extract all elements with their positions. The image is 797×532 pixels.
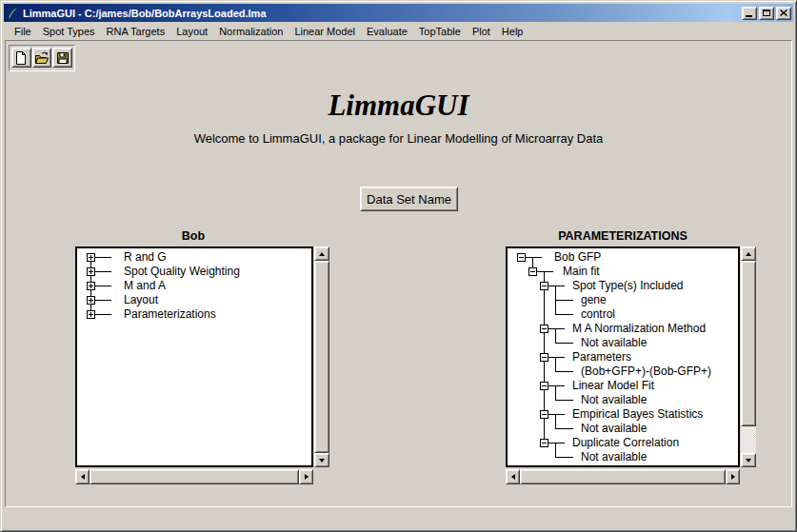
tree-expander-expanded[interactable] bbox=[540, 439, 548, 447]
tree-item-label[interactable]: Spot Type(s) Included bbox=[572, 280, 684, 292]
tree-item-label[interactable]: Main fit bbox=[563, 266, 600, 278]
menu-item-toptable[interactable]: TopTable bbox=[413, 24, 467, 39]
tree-expander-collapsed[interactable] bbox=[87, 310, 95, 319]
title-bar[interactable]: LimmaGUI - C:/james/Bob/BobArraysLoaded.… bbox=[4, 4, 793, 22]
tree-connector bbox=[555, 385, 556, 393]
scroll-right-button[interactable] bbox=[726, 469, 740, 484]
left-tree[interactable]: R and GSpot Quality WeightingM and ALayo… bbox=[75, 246, 313, 467]
tree-expander-expanded[interactable] bbox=[540, 410, 548, 419]
menu-item-spot-types[interactable]: Spot Types bbox=[37, 24, 101, 39]
minus-glyph bbox=[542, 328, 547, 329]
tree-item-label[interactable]: Empirical Bayes Statistics bbox=[572, 408, 703, 421]
left-tree-title: Bob bbox=[75, 229, 311, 244]
tree-connector bbox=[544, 393, 545, 407]
tree-item-label[interactable]: R and G bbox=[124, 251, 167, 264]
new-file-button[interactable] bbox=[11, 48, 31, 68]
scroll-up-button[interactable] bbox=[741, 246, 756, 261]
tree-connector bbox=[532, 257, 533, 265]
scroll-left-button[interactable] bbox=[506, 469, 520, 484]
menu-item-rna-targets[interactable]: RNA Targets bbox=[101, 24, 171, 39]
tree-item-label[interactable]: Bob GFP bbox=[554, 251, 601, 264]
minimize-button[interactable] bbox=[742, 7, 757, 20]
scrollbar-track[interactable] bbox=[741, 261, 756, 453]
plus-glyph bbox=[90, 269, 91, 274]
scrollbar-track[interactable] bbox=[90, 469, 299, 484]
menu-item-plot[interactable]: Plot bbox=[467, 24, 496, 39]
plus-glyph bbox=[90, 298, 91, 303]
menu-item-help[interactable]: Help bbox=[496, 24, 529, 39]
tree-row: M A Normalization Method bbox=[509, 322, 738, 336]
tree-item-label[interactable]: M A Normalization Method bbox=[572, 323, 706, 335]
arrow-right-icon bbox=[305, 474, 309, 480]
tree-item-label[interactable]: Not available bbox=[581, 337, 647, 349]
tree-expander-expanded[interactable] bbox=[540, 382, 548, 390]
minus-glyph bbox=[542, 385, 547, 386]
tree-item-label[interactable]: Not available bbox=[581, 394, 647, 406]
limmagui-window: LimmaGUI - C:/james/Bob/BobArraysLoaded.… bbox=[0, 0, 797, 532]
close-button[interactable] bbox=[776, 7, 791, 20]
tree-connector bbox=[95, 300, 111, 301]
scroll-up-button[interactable] bbox=[314, 246, 329, 261]
menu-item-layout[interactable]: Layout bbox=[170, 24, 213, 39]
menu-bar: FileSpot TypesRNA TargetsLayoutNormaliza… bbox=[4, 22, 793, 40]
tree-row: control bbox=[509, 307, 738, 322]
tree-expander-expanded[interactable] bbox=[540, 325, 548, 333]
arrow-down-icon bbox=[319, 459, 325, 463]
scrollbar-track[interactable] bbox=[314, 261, 329, 453]
scroll-down-button[interactable] bbox=[741, 453, 756, 467]
tree-row: Layout bbox=[79, 293, 311, 307]
scrollbar-thumb[interactable] bbox=[90, 469, 299, 484]
tree-expander-collapsed[interactable] bbox=[87, 296, 95, 305]
tree-expander-expanded[interactable] bbox=[540, 353, 548, 362]
menu-item-file[interactable]: File bbox=[9, 24, 37, 39]
tree-expander-expanded[interactable] bbox=[528, 267, 537, 276]
tree-connector bbox=[544, 422, 545, 436]
scroll-down-button[interactable] bbox=[314, 453, 329, 467]
tree-row: (Bob+GFP+)-(Bob-GFP+) bbox=[509, 365, 738, 379]
maximize-button[interactable] bbox=[759, 7, 774, 20]
scrollbar-thumb[interactable] bbox=[520, 469, 726, 484]
tree-item-label[interactable]: Not available bbox=[581, 423, 647, 435]
minus-glyph bbox=[519, 257, 524, 258]
minus-glyph bbox=[542, 443, 547, 443]
open-file-button[interactable] bbox=[32, 48, 52, 68]
tree-expander-collapsed[interactable] bbox=[87, 282, 95, 290]
right-tree-title: PARAMETERIZATIONS bbox=[506, 229, 740, 244]
tree-item-label[interactable]: Linear Model Fit bbox=[572, 380, 654, 392]
right-tree-vscrollbar[interactable] bbox=[741, 246, 756, 467]
save-file-button[interactable] bbox=[52, 48, 72, 68]
arrow-left-icon bbox=[511, 474, 515, 480]
right-tree-hscrollbar[interactable] bbox=[506, 469, 740, 484]
tree-expander-collapsed[interactable] bbox=[87, 253, 95, 262]
tree-item-label[interactable]: gene bbox=[581, 294, 607, 306]
scrollbar-track[interactable] bbox=[520, 469, 726, 484]
menu-item-normalization[interactable]: Normalization bbox=[213, 24, 289, 39]
tree-item-label[interactable]: control bbox=[581, 308, 615, 321]
scroll-right-button[interactable] bbox=[299, 469, 313, 484]
plus-glyph bbox=[90, 284, 91, 288]
scroll-left-button[interactable] bbox=[75, 469, 90, 484]
scrollbar-thumb[interactable] bbox=[741, 261, 756, 426]
tree-connector bbox=[555, 328, 556, 336]
tree-connector bbox=[544, 336, 545, 350]
menu-item-linear-model[interactable]: Linear Model bbox=[289, 24, 361, 39]
tree-expander-expanded[interactable] bbox=[540, 282, 548, 290]
tree-row: Linear Model Fit bbox=[509, 379, 738, 393]
left-tree-vscrollbar[interactable] bbox=[314, 246, 329, 467]
right-tree[interactable]: Bob GFPMain fitSpot Type(s) Includedgene… bbox=[506, 246, 740, 467]
tree-item-label[interactable]: (Bob+GFP+)-(Bob-GFP+) bbox=[581, 365, 711, 378]
tree-item-label[interactable]: M and A bbox=[124, 280, 166, 292]
tree-row: Main fit bbox=[509, 265, 738, 279]
scrollbar-thumb[interactable] bbox=[314, 261, 329, 453]
tree-item-label[interactable]: Not available bbox=[581, 451, 647, 463]
tree-expander-expanded[interactable] bbox=[517, 253, 526, 262]
tree-item-label[interactable]: Layout bbox=[124, 294, 158, 306]
menu-item-evaluate[interactable]: Evaluate bbox=[361, 24, 413, 39]
tree-item-label[interactable]: Spot Quality Weighting bbox=[124, 266, 240, 278]
left-tree-hscrollbar[interactable] bbox=[75, 469, 313, 484]
tree-item-label[interactable]: Parameterizations bbox=[124, 308, 216, 321]
tree-expander-collapsed[interactable] bbox=[87, 267, 95, 276]
tree-item-label[interactable]: Duplicate Correlation bbox=[572, 437, 679, 449]
data-set-name-button[interactable]: Data Set Name bbox=[360, 187, 458, 211]
tree-item-label[interactable]: Parameters bbox=[572, 351, 631, 364]
